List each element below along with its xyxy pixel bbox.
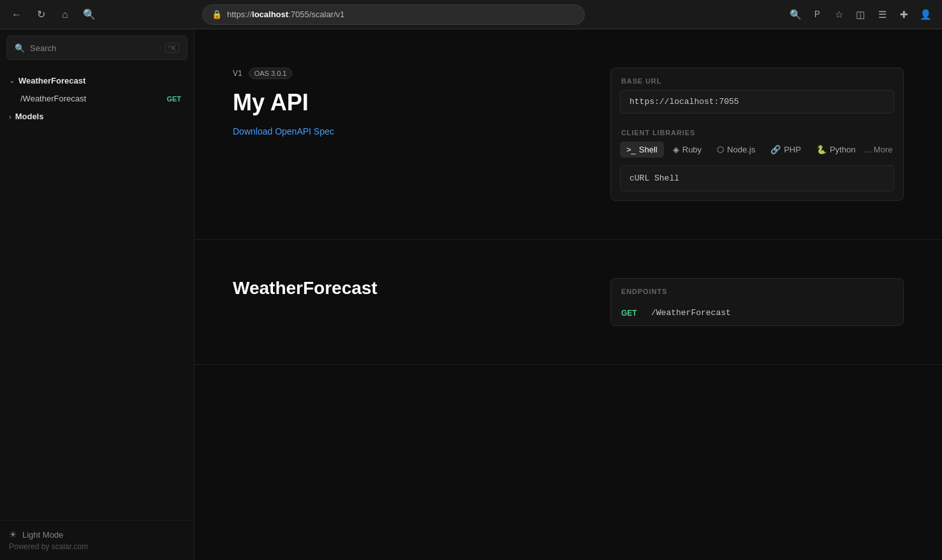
endpoints-panel: ENDPOINTS GET /WeatherForecast [610, 278, 904, 326]
browser-chrome: ← ↻ ⌂ 🔍 🔒 https://localhost:7055/scalar/… [0, 0, 942, 29]
method-badge-get: GET [163, 94, 185, 103]
python-icon: 🐍 [816, 145, 827, 154]
sidebar-item-weatherforecast[interactable]: /WeatherForecast GET [0, 90, 194, 107]
light-mode-button[interactable]: ☀ Light Mode [9, 529, 185, 540]
lib-tab-nodejs-label: Node.js [727, 145, 755, 154]
api-info-section: V1 OAS 3.0.1 My API Download OpenAPI Spe… [195, 29, 942, 240]
chevron-down-icon: ⌄ [9, 77, 15, 85]
endpoint-path: /WeatherForecast [651, 308, 731, 318]
sun-icon: ☀ [9, 529, 17, 540]
reload-button[interactable]: ↻ [32, 6, 50, 24]
api-spec-badge: OAS 3.0.1 [249, 68, 293, 79]
lib-tab-shell[interactable]: >_ Shell [620, 142, 664, 158]
lib-tab-shell-label: Shell [639, 145, 658, 154]
lib-tab-ruby-label: Ruby [682, 145, 702, 154]
php-icon: 🔗 [770, 145, 781, 154]
sidebar-icon[interactable]: ☰ [873, 6, 891, 24]
lib-content: cURL Shell [620, 165, 894, 191]
light-mode-label: Light Mode [22, 530, 63, 540]
reader-icon[interactable]: Ｐ [808, 6, 826, 24]
sidebar-nav: ⌄ WeatherForecast /WeatherForecast GET ›… [0, 66, 194, 520]
more-libs-label: ... More [864, 145, 892, 154]
main-content: V1 OAS 3.0.1 My API Download OpenAPI Spe… [195, 29, 942, 560]
section-left: WeatherForecast [233, 278, 585, 318]
nodejs-icon: ⬡ [717, 145, 724, 154]
search-bar[interactable]: 🔍 Search ^K [6, 36, 188, 60]
lib-tab-python-label: Python [830, 145, 855, 154]
api-title: My API [233, 89, 585, 116]
section-content-row: WeatherForecast ENDPOINTS GET /WeatherFo… [233, 278, 904, 326]
endpoint-row-weatherforecast[interactable]: GET /WeatherForecast [611, 300, 903, 325]
search-input-placeholder: Search [30, 43, 160, 53]
sidebar-section-title: WeatherForecast [18, 76, 85, 85]
powered-by-text: Powered by scalar.com [9, 542, 185, 551]
more-libs-button[interactable]: ... More [864, 145, 892, 154]
sidebar-footer: ☀ Light Mode Powered by scalar.com [0, 520, 194, 560]
base-url-value: https://localhost:7055 [620, 90, 894, 114]
app-layout: 🔍 Search ^K ⌄ WeatherForecast /WeatherFo… [0, 29, 942, 560]
sidebar-path: /WeatherForecast [20, 94, 86, 103]
weatherforecast-section: WeatherForecast ENDPOINTS GET /WeatherFo… [195, 240, 942, 365]
client-libs-label: CLIENT LIBRARIES [611, 122, 903, 142]
browser-toolbar: 🔍 Ｐ ☆ ◫ ☰ ✚ 👤 [786, 6, 934, 24]
lib-tab-php-label: PHP [784, 145, 801, 154]
search-button[interactable]: 🔍 [80, 6, 98, 24]
profile-icon[interactable]: 👤 [916, 6, 934, 24]
extensions-icon[interactable]: ✚ [895, 6, 913, 24]
sidebar-section-weatherforecast: ⌄ WeatherForecast /WeatherForecast GET [0, 71, 194, 107]
base-url-panel: BASE URL https://localhost:7055 CLIENT L… [610, 68, 904, 201]
endpoints-label: ENDPOINTS [611, 279, 903, 300]
sidebar-models-title: Models [15, 112, 44, 121]
sidebar-section-header[interactable]: ⌄ WeatherForecast [0, 71, 194, 90]
split-view-icon[interactable]: ◫ [851, 6, 869, 24]
bookmark-icon[interactable]: ☆ [830, 6, 848, 24]
section-right: ENDPOINTS GET /WeatherForecast [610, 278, 904, 326]
api-content-row: V1 OAS 3.0.1 My API Download OpenAPI Spe… [233, 68, 904, 201]
lock-icon: 🔒 [212, 10, 222, 19]
home-button[interactable]: ⌂ [56, 6, 74, 24]
download-openapi-link[interactable]: Download OpenAPI Spec [233, 126, 334, 136]
chevron-right-icon: › [9, 113, 11, 121]
base-url-label: BASE URL [611, 68, 903, 90]
weatherforecast-title: WeatherForecast [233, 278, 585, 298]
api-info-left: V1 OAS 3.0.1 My API Download OpenAPI Spe… [233, 68, 585, 136]
shell-icon: >_ [626, 145, 636, 154]
api-info-right: BASE URL https://localhost:7055 CLIENT L… [610, 68, 904, 201]
search-icon: 🔍 [15, 43, 25, 53]
back-button[interactable]: ← [8, 6, 26, 24]
lib-tab-python[interactable]: 🐍 Python [810, 142, 862, 158]
sidebar-models[interactable]: › Models [0, 107, 194, 126]
lib-tab-nodejs[interactable]: ⬡ Node.js [710, 142, 762, 158]
client-libs-tabs: >_ Shell ◈ Ruby ⬡ Node.js [611, 142, 903, 165]
zoom-icon[interactable]: 🔍 [786, 6, 804, 24]
lib-tab-ruby[interactable]: ◈ Ruby [666, 142, 708, 158]
sidebar: 🔍 Search ^K ⌄ WeatherForecast /WeatherFo… [0, 29, 195, 560]
ruby-icon: ◈ [673, 145, 679, 154]
api-version: V1 [233, 69, 242, 78]
endpoint-method-get: GET [621, 309, 644, 318]
url-text: https://localhost:7055/scalar/v1 [227, 10, 344, 19]
address-bar[interactable]: 🔒 https://localhost:7055/scalar/v1 [202, 4, 585, 25]
lib-tab-php[interactable]: 🔗 PHP [764, 142, 807, 158]
search-shortcut: ^K [165, 43, 180, 53]
api-meta: V1 OAS 3.0.1 [233, 68, 585, 79]
